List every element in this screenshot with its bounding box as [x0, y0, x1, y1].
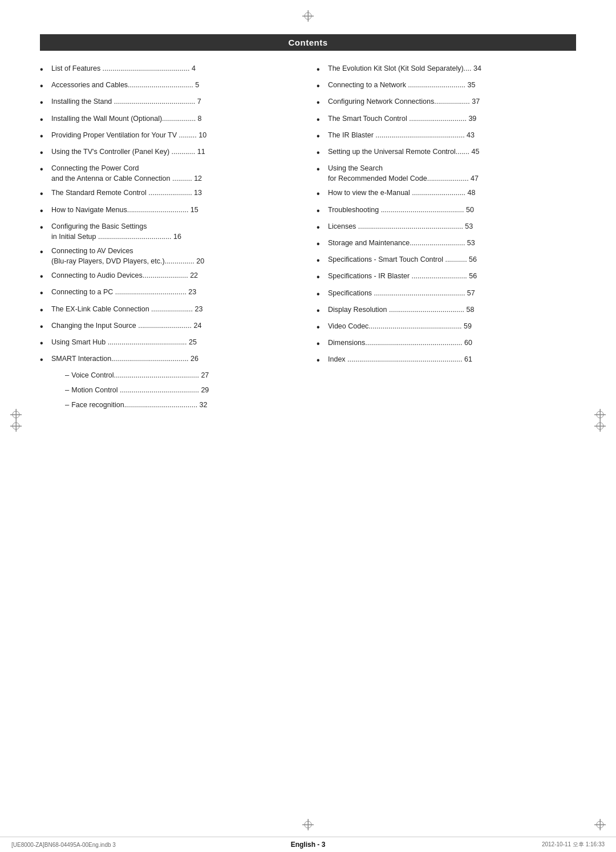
list-item: • Changing the Input Source ............… [40, 320, 299, 333]
bullet-icon: • [317, 129, 326, 143]
list-item: • Using Smart Hub ......................… [40, 337, 299, 350]
list-item: • Specifications - Smart Touch Control .… [317, 254, 576, 267]
list-item: • Using the Searchfor Recommended Model … [317, 163, 576, 184]
bullet-icon: • [317, 187, 326, 200]
bullet-icon: • [317, 96, 326, 109]
list-item: • Licenses .............................… [317, 221, 576, 234]
footer-center: English - 3 [209, 841, 407, 849]
list-item: • Video Codec...........................… [317, 321, 576, 334]
bullet-icon: • [40, 163, 49, 176]
list-item: • List of Features .....................… [40, 63, 299, 76]
bullet-icon: • [317, 63, 326, 76]
crosshair-right-mid-icon [594, 409, 606, 420]
list-item: • The IR Blaster .......................… [317, 130, 576, 143]
list-item: • Storage and Maintenance...............… [317, 238, 576, 250]
list-item: • SMART Interaction.....................… [40, 354, 299, 366]
bullet-icon: • [40, 270, 49, 283]
svg-point-18 [597, 821, 603, 828]
bullet-icon: • [317, 237, 326, 250]
bullet-icon: • [317, 204, 326, 217]
list-item: • Installing the Stand .................… [40, 96, 299, 109]
crosshair-left-mid-icon [10, 409, 22, 420]
footer-left: [UE8000-ZA]BN68-04495A-00Eng.indb 3 [11, 842, 209, 848]
page-container: Contents • List of Features ............… [0, 0, 616, 852]
list-item: • Connecting the Power Cordand the Anten… [40, 163, 299, 184]
bullet-icon: • [40, 286, 49, 299]
list-item: – Voice Control.........................… [40, 370, 299, 381]
list-item: • Connecting to Audio Devices...........… [40, 270, 299, 283]
list-item: • Configuring Network Connections.......… [317, 96, 576, 109]
svg-point-9 [13, 411, 19, 418]
list-item: • Configuring the Basic Settingsin Initi… [40, 221, 299, 242]
list-item: • How to Navigate Menus.................… [40, 205, 299, 217]
bullet-icon: • [317, 320, 326, 334]
bullet-icon: • [317, 79, 326, 92]
bullet-icon: • [40, 303, 49, 317]
list-item: • Index ................................… [317, 354, 576, 367]
bullet-icon: • [317, 354, 326, 367]
list-item: • Providing Proper Ventilation for Your … [40, 130, 299, 143]
list-item: • Using the TV's Controller (Panel Key) … [40, 147, 299, 159]
svg-point-6 [597, 423, 603, 429]
list-item: • The Evolution Kit Slot (Kit Sold Separ… [317, 63, 576, 76]
bullet-icon: • [40, 204, 49, 217]
list-item: • Installing the Wall Mount (Optional)..… [40, 113, 299, 126]
list-item: – Face recognition......................… [40, 400, 299, 411]
bullet-icon: • [40, 221, 49, 234]
dash-icon: – [52, 385, 69, 396]
list-item: • Troubleshooting ......................… [317, 205, 576, 217]
list-item: • Accessories and Cables................… [40, 80, 299, 92]
bullet-icon: • [40, 113, 49, 126]
footer-right: 2012-10-11 오후 1:16:33 [407, 841, 605, 849]
list-item: • Display Resolution ...................… [317, 305, 576, 317]
bullet-icon: • [40, 336, 49, 350]
svg-point-15 [305, 821, 311, 828]
list-item: • The Standard Remote Control ..........… [40, 188, 299, 200]
bullet-icon: • [317, 163, 326, 176]
list-item: • How to view the e-Manual .............… [317, 188, 576, 200]
bullet-icon: • [317, 146, 326, 159]
svg-point-0 [305, 13, 311, 19]
list-item: – Motion Control .......................… [40, 385, 299, 396]
bullet-icon: • [317, 287, 326, 301]
crosshair-bottom-icon [302, 819, 314, 830]
bullet-icon: • [40, 245, 49, 258]
bullet-icon: • [40, 63, 49, 76]
bullet-icon: • [317, 337, 326, 350]
toc-columns: • List of Features .....................… [40, 63, 576, 415]
crosshair-right-icon [594, 420, 606, 432]
svg-point-12 [597, 411, 603, 418]
crosshair-left-icon [10, 420, 22, 432]
bullet-icon: • [40, 129, 49, 143]
left-column: • List of Features .....................… [40, 63, 299, 415]
list-item: • Connecting to a PC ...................… [40, 287, 299, 299]
bullet-icon: • [317, 254, 326, 267]
list-item: • The Smart Touch Control ..............… [317, 113, 576, 126]
bullet-icon: • [40, 146, 49, 159]
bullet-icon: • [317, 113, 326, 126]
svg-point-3 [13, 423, 19, 429]
right-column: • The Evolution Kit Slot (Kit Sold Separ… [317, 63, 576, 415]
bullet-icon: • [40, 96, 49, 109]
list-item: • Connecting to a Network ..............… [317, 80, 576, 92]
crosshair-bottom-right-icon [594, 819, 606, 830]
main-content: Contents • List of Features ............… [0, 0, 616, 449]
list-item: • Specifications .......................… [317, 288, 576, 301]
list-item: • Dimensions............................… [317, 338, 576, 350]
contents-title: Contents [289, 38, 328, 47]
bullet-icon: • [40, 187, 49, 200]
footer-bar: [UE8000-ZA]BN68-04495A-00Eng.indb 3 Engl… [0, 837, 616, 852]
bullet-icon: • [40, 320, 49, 333]
bullet-icon: • [40, 353, 49, 366]
bullet-icon: • [317, 304, 326, 317]
contents-header: Contents [40, 34, 576, 51]
list-item: • The EX-Link Cable Connection .........… [40, 304, 299, 317]
list-item: • Specifications - IR Blaster ..........… [317, 271, 576, 283]
bullet-icon: • [317, 270, 326, 283]
bullet-icon: • [317, 221, 326, 234]
list-item: • Connecting to AV Devices(Blu-ray Playe… [40, 246, 299, 266]
crosshair-top-icon [302, 10, 314, 22]
list-item: • Setting up the Universal Remote Contro… [317, 147, 576, 159]
bullet-icon: • [40, 79, 49, 92]
dash-icon: – [52, 400, 69, 411]
